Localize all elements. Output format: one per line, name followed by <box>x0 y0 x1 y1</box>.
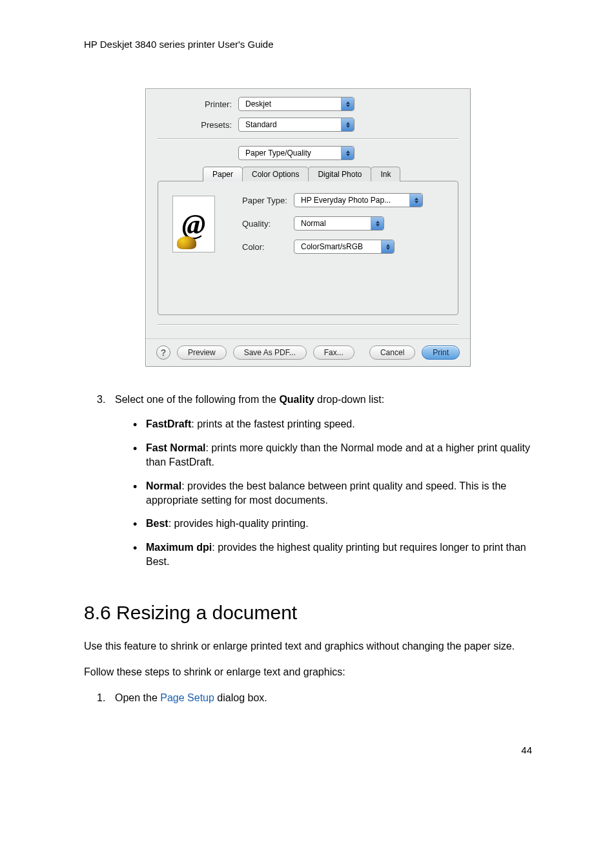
step-number: 3. <box>97 393 115 579</box>
bullet-maxdpi: Maximum dpi: provides the highest qualit… <box>133 540 532 570</box>
help-button[interactable]: ? <box>156 345 170 360</box>
bullet-bold: Maximum dpi <box>146 542 212 553</box>
printer-row: Printer: Deskjet <box>158 97 458 111</box>
dropdown-arrows-icon <box>341 118 354 131</box>
print-dialog: Printer: Deskjet Presets: Standard Paper… <box>145 88 471 367</box>
color-label: Color: <box>242 242 294 252</box>
bullet-bold: Fast Normal <box>146 442 205 453</box>
tab-paper[interactable]: Paper <box>203 167 243 181</box>
section-p2: Follow these steps to shrink or enlarge … <box>84 665 532 679</box>
divider <box>158 138 458 139</box>
tab-digital-photo[interactable]: Digital Photo <box>308 167 371 181</box>
page-header: HP Deskjet 3840 series printer User's Gu… <box>84 39 532 50</box>
dropdown-arrows-icon <box>371 217 384 230</box>
divider <box>158 324 458 325</box>
step1-text-a: Open the <box>115 692 160 703</box>
bullet-bold: Best <box>146 518 169 529</box>
bullet-normal: Normal: provides the best balance betwee… <box>133 479 532 508</box>
printer-value: Deskjet <box>239 99 341 108</box>
quality-select[interactable]: Normal <box>294 216 384 231</box>
page-setup-link[interactable]: Page Setup <box>160 692 214 703</box>
tab-color-options[interactable]: Color Options <box>242 167 309 181</box>
color-value: ColorSmart/sRGB <box>294 242 381 251</box>
presets-label: Presets: <box>158 120 238 130</box>
dropdown-arrows-icon <box>341 147 354 159</box>
save-as-pdf-button[interactable]: Save As PDF... <box>233 345 307 360</box>
step-text-a: Select one of the following from the <box>115 394 279 405</box>
bullet-fastdraft: FastDraft: prints at the fastest printin… <box>133 417 532 431</box>
dropdown-arrows-icon <box>341 98 354 110</box>
paper-type-label: Paper Type: <box>242 196 294 205</box>
step-text-bold: Quality <box>279 394 314 405</box>
quality-label: Quality: <box>242 219 294 229</box>
bullet-bold: Normal <box>146 480 181 491</box>
section-p1: Use this feature to shrink or enlarge pr… <box>84 639 532 653</box>
presets-row: Presets: Standard <box>158 118 458 132</box>
bullet-bold: FastDraft <box>146 418 191 429</box>
panel-select[interactable]: Paper Type/Quality <box>238 146 354 160</box>
bullet-fastnormal: Fast Normal: prints more quickly than th… <box>133 441 532 470</box>
color-select[interactable]: ColorSmart/sRGB <box>294 240 395 254</box>
step1-text-b: dialog box. <box>214 692 267 703</box>
bullet-text: : provides the best balance between prin… <box>146 480 506 506</box>
preview-thumbnail: @ <box>172 196 215 252</box>
presets-value: Standard <box>239 120 341 129</box>
dropdown-arrows-icon <box>381 240 394 253</box>
paper-tab-pane: @ Paper Type: HP Everyday Photo Pap... Q… <box>158 181 458 315</box>
cancel-button[interactable]: Cancel <box>369 345 415 360</box>
tab-bar: Paper Color Options Digital Photo Ink <box>203 167 458 181</box>
paper-type-value: HP Everyday Photo Pap... <box>294 196 409 205</box>
fax-button[interactable]: Fax... <box>313 345 354 360</box>
page-number: 44 <box>84 745 532 755</box>
step-3: 3. Select one of the following from the … <box>97 393 532 579</box>
section-heading: 8.6 Resizing a document <box>84 599 532 626</box>
bullet-best: Best: provides high-quality printing. <box>133 517 532 531</box>
preview-button[interactable]: Preview <box>177 345 227 360</box>
step-1: 1. Open the Page Setup dialog box. <box>97 691 532 705</box>
thumbnail-flower-icon <box>177 236 196 249</box>
paper-type-select[interactable]: HP Everyday Photo Pap... <box>294 193 423 207</box>
thumbnail-at-icon: @ <box>182 208 206 241</box>
dropdown-arrows-icon <box>409 194 422 207</box>
bullet-text: : provides high-quality printing. <box>169 518 309 529</box>
printer-label: Printer: <box>158 99 238 109</box>
panel-value: Paper Type/Quality <box>239 149 341 158</box>
tab-ink[interactable]: Ink <box>371 167 400 181</box>
printer-select[interactable]: Deskjet <box>238 97 354 111</box>
bullet-text: : prints at the fastest printing speed. <box>191 418 354 429</box>
step-number: 1. <box>97 691 115 705</box>
panel-row: Paper Type/Quality <box>158 146 458 160</box>
presets-select[interactable]: Standard <box>238 118 354 132</box>
dialog-button-bar: ? Preview Save As PDF... Fax... Cancel P… <box>146 338 470 366</box>
quality-value: Normal <box>294 219 371 228</box>
print-button[interactable]: Print <box>422 345 460 360</box>
step-text-b: drop-down list: <box>314 394 385 405</box>
